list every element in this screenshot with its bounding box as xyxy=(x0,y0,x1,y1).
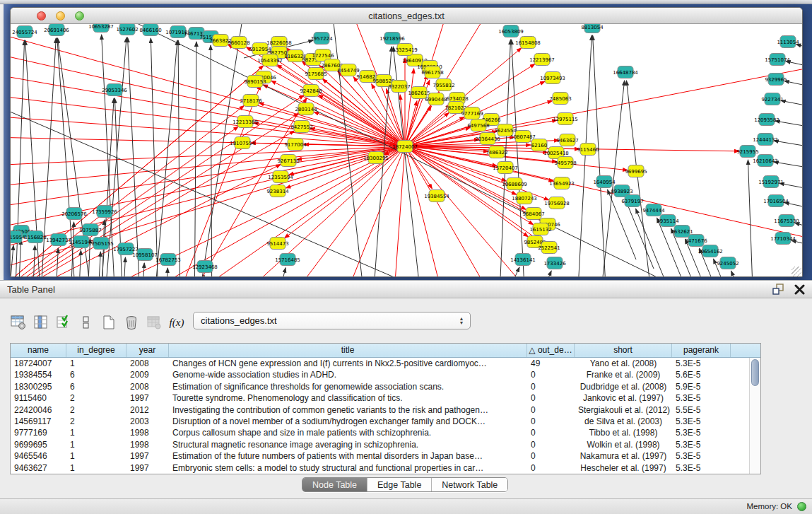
graph-node[interactable]: 6497568 xyxy=(467,119,489,132)
tab-edge-table[interactable]: Edge Table xyxy=(367,478,432,491)
graph-node[interactable]: 10688609 xyxy=(502,178,527,190)
table-row[interactable]: 2242004622012Investigating the contribut… xyxy=(11,404,749,416)
graph-node[interactable]: 18107554 xyxy=(230,137,255,149)
graph-node[interactable]: 9322037 xyxy=(388,81,410,93)
graph-node[interactable]: 9175685 xyxy=(305,68,326,80)
graph-node[interactable]: 6961758 xyxy=(421,66,443,78)
graph-node[interactable]: 16648784 xyxy=(613,66,638,78)
graph-node[interactable]: 12923468 xyxy=(192,261,218,273)
scrollbar-thumb[interactable] xyxy=(751,359,759,386)
graph-node[interactable]: 20691406 xyxy=(44,24,69,36)
graph-node[interactable]: 9238314 xyxy=(266,185,289,197)
graph-node[interactable]: 13654923 xyxy=(549,177,575,189)
graph-node[interactable]: 17016504 xyxy=(763,195,789,207)
graph-node[interactable]: 15192971 xyxy=(758,176,784,188)
graph-node[interactable]: 2718176 xyxy=(240,95,262,107)
network-canvas[interactable]: 1872400724055724206914061065328715276028… xyxy=(11,24,802,277)
column-header-name[interactable]: name xyxy=(11,344,66,357)
graph-node[interactable]: 8471676 xyxy=(685,235,707,247)
graph-node[interactable]: 9684067 xyxy=(522,208,544,220)
graph-node[interactable]: 9177004 xyxy=(284,139,307,151)
graph-node[interactable]: 1156828 xyxy=(24,231,46,243)
table-row[interactable]: 1872400712008Changes of HCN gene express… xyxy=(11,358,749,369)
graph-node[interactable]: 15716485 xyxy=(275,254,300,266)
graph-node[interactable]: 11675330 xyxy=(774,215,799,227)
graph-node[interactable]: 2803144 xyxy=(295,103,317,115)
graph-node[interactable]: 17359926 xyxy=(92,206,117,218)
graph-node[interactable]: 9514473 xyxy=(266,238,288,250)
column-header-out_de[interactable]: △ out_de… xyxy=(527,344,575,357)
graph-node[interactable]: 9890153 xyxy=(244,76,266,88)
graph-node[interactable]: 9660128 xyxy=(228,37,249,49)
float-window-icon[interactable] xyxy=(772,284,784,295)
table-row[interactable]: 1830029562008Estimation of significance … xyxy=(11,381,749,392)
graph-node[interactable]: 16154808 xyxy=(515,37,541,49)
graph-node[interactable]: 7955812 xyxy=(433,79,454,91)
tab-network-table[interactable]: Network Table xyxy=(432,478,507,491)
graph-node[interactable]: 10654162 xyxy=(698,245,723,257)
graph-node[interactable]: 2935114 xyxy=(657,215,679,227)
table-row[interactable]: 977716911998Corpus callosum shape and si… xyxy=(11,427,749,438)
memory-status-icon[interactable] xyxy=(797,502,806,511)
network-graph[interactable]: 1872400724055724206914061065328715276028… xyxy=(11,24,802,277)
table-columns-icon[interactable] xyxy=(33,314,49,331)
graph-node[interactable]: 16782753 xyxy=(155,254,181,266)
tab-node-table[interactable]: Node Table xyxy=(302,478,367,491)
graph-node[interactable]: 16210643 xyxy=(753,155,778,167)
graph-node[interactable]: 9242848 xyxy=(300,85,322,97)
graph-node[interactable]: 9115460 xyxy=(577,144,599,156)
graph-node[interactable]: 1733426 xyxy=(543,257,566,269)
graph-node[interactable]: 16053809 xyxy=(498,25,524,37)
graph-node[interactable]: 9495798 xyxy=(554,157,576,169)
table-row[interactable]: 1456911722003Disruption of a novel membe… xyxy=(11,416,749,427)
graph-node[interactable]: 6379197 xyxy=(621,195,643,207)
graph-node[interactable]: 12444132 xyxy=(753,134,778,146)
graph-node[interactable]: 12213389 xyxy=(233,116,258,128)
graph-node[interactable]: 9474444 xyxy=(642,204,665,216)
table-checks-icon[interactable] xyxy=(55,314,72,331)
graph-node[interactable]: 12213967 xyxy=(529,54,555,66)
graph-node[interactable]: 15751074 xyxy=(765,54,790,66)
table-row[interactable]: 911546021997Tourette syndrome. Phenomeno… xyxy=(11,392,749,404)
graph-node[interactable]: 1640954 xyxy=(593,176,616,188)
new-file-icon[interactable] xyxy=(100,314,117,331)
function-builder-icon[interactable]: f(x) xyxy=(168,314,185,331)
column-header-pagerank[interactable]: pagerank xyxy=(672,344,731,357)
window-resize-grip[interactable] xyxy=(792,267,801,276)
graph-node[interactable]: 9267130 xyxy=(277,155,299,167)
graph-node[interactable]: 19756928 xyxy=(544,197,570,209)
graph-node[interactable]: 20206576 xyxy=(61,208,87,220)
graph-node[interactable]: 12093582 xyxy=(754,114,779,126)
graph-node[interactable]: 7485063 xyxy=(549,93,571,105)
graph-node[interactable]: 9699695 xyxy=(625,165,647,177)
rows-icon[interactable] xyxy=(78,314,95,331)
table-selector-dropdown[interactable]: citations_edges.txt ▲▼ xyxy=(193,312,471,329)
column-header-title[interactable]: title xyxy=(169,344,527,357)
graph-node[interactable]: 1615132 xyxy=(529,223,551,235)
table-row[interactable]: 946554611997Estimation of the future num… xyxy=(11,450,749,462)
graph-node[interactable]: 2522541 xyxy=(538,242,560,254)
column-header-in_degree[interactable]: in_degree xyxy=(66,344,126,357)
table-settings-icon[interactable] xyxy=(10,314,27,331)
vertical-scrollbar[interactable] xyxy=(749,358,760,474)
graph-node[interactable]: 9375887 xyxy=(79,224,101,236)
network-window-titlebar[interactable]: citations_edges.txt xyxy=(11,8,802,24)
graph-node[interactable]: 9227341 xyxy=(761,93,783,105)
graph-node[interactable]: 12975115 xyxy=(553,113,578,125)
graph-node[interactable]: 7486322 xyxy=(486,146,507,158)
delete-icon[interactable] xyxy=(123,314,140,331)
graph-node[interactable]: 6990448 xyxy=(425,93,447,105)
graph-node[interactable]: 9463627 xyxy=(556,134,578,146)
graph-node[interactable]: 19218596 xyxy=(379,33,405,45)
graph-node[interactable]: 10653287 xyxy=(88,24,114,33)
graph-node[interactable]: 1113054 xyxy=(777,36,799,48)
graph-node[interactable]: 13325419 xyxy=(392,44,418,56)
import-table-disabled-icon[interactable] xyxy=(146,314,163,331)
graph-node[interactable]: 24055724 xyxy=(12,26,37,38)
graph-node[interactable]: 14136141 xyxy=(510,254,536,266)
table-row[interactable]: 969969511998Structural magnetic resonanc… xyxy=(11,439,749,450)
table-row[interactable]: 946362711997Embryonic stem cells: a mode… xyxy=(11,462,749,474)
graph-node[interactable]: 19384554 xyxy=(424,190,449,202)
network-view-window[interactable]: citations_edges.txt 18724007240557242069… xyxy=(10,7,803,277)
table-row[interactable]: 1938455462009Genome-wide association stu… xyxy=(11,369,749,380)
